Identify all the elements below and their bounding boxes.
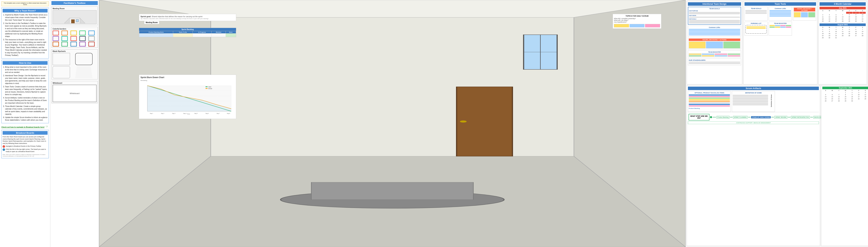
cal-day: 13 (829, 96, 835, 98)
step-icon-red: 1 (3, 145, 5, 148)
checkout-link[interactable]: Check out how to navigate to Breakout bo… (1, 126, 44, 128)
event-sprint-review: SPRINT REVIEW (774, 116, 787, 119)
toolbox-items: Meeting Room Colorful borders (52, 6, 98, 103)
cal-day: 21 (839, 18, 846, 20)
cal-day: 10 (856, 94, 862, 96)
colorful-borders-label: Colorful borders (53, 28, 97, 30)
shape-rounded (53, 66, 70, 78)
stakeholder-line (689, 62, 740, 63)
cal-day-header: S (819, 10, 826, 12)
calendar-september: September 2021 S M T W T F S 1 2 3 4 5 (822, 87, 868, 102)
svg-rect-19 (311, 182, 473, 199)
connector-line (788, 117, 790, 117)
meeting-room-item: Meeting Room (52, 6, 98, 25)
border-swatch-13 (70, 42, 77, 47)
step-label-2: Click the link in the top-right corner. … (6, 148, 48, 153)
cal-day (826, 12, 833, 14)
cal-day: 8 (846, 14, 852, 16)
art-line (689, 96, 730, 97)
tool-booster-content (770, 25, 791, 28)
col-header-0: Product Backlog Items (139, 31, 173, 33)
cal-day: 5 (822, 94, 829, 96)
cal-day-header: W (839, 26, 846, 28)
issues-col (689, 41, 706, 49)
august-grid: S M T W T F S 1 2 3 4 5 6 7 8 9 10 (819, 26, 866, 39)
art-line (689, 105, 730, 106)
actions-col (723, 41, 740, 49)
room-area: Sprint goal: Shared objective that defin… (99, 0, 686, 247)
booster-row (770, 25, 791, 26)
event-product-backlog: Product Backlog (717, 116, 730, 119)
cal-day: 30 (849, 100, 855, 102)
dod-line (733, 102, 768, 104)
breakout-desc: From this Team Room board you can access… (3, 136, 48, 145)
cell (226, 36, 236, 37)
how-to-item-6: Update the simple Scrum timeline to info… (5, 116, 48, 121)
cal-day-header: T (833, 10, 839, 12)
cal-day-header: F (853, 26, 859, 28)
link-line-4 (689, 33, 740, 34)
team-tools-box: Team Tools TEAM GOALS Common Links (743, 1, 817, 84)
cal-day: 16 (853, 16, 859, 18)
sprint-backlog-title: Sprint Backlog (139, 28, 236, 31)
svg-point-14 (460, 120, 467, 123)
booster-cell (728, 54, 740, 55)
cal-day: 12 (826, 16, 833, 18)
cal-day (836, 92, 842, 94)
step-icon-blue: 2 (3, 148, 5, 151)
calendar-july: July 2021 S M T W T F S 1 2 3 4 (819, 7, 866, 22)
sprint-burndown-box: Sprint Burn Down Chart Remaining Ideal (139, 74, 236, 119)
right-top-row: Intentional Team Design TEAM GOALS OUR P… (687, 1, 867, 84)
why-team-room-section: Why a Team Room? Inspired by Martin Fowl… (1, 8, 49, 59)
sticky-pink (645, 24, 660, 27)
cal-day-header: M (829, 90, 835, 91)
cal-day: 2 (826, 28, 833, 30)
link-line (770, 11, 791, 12)
team-tools-title: Team Tools (745, 2, 816, 6)
how-to-list: Bring what is most important to the cent… (3, 66, 48, 121)
link-line-1 (689, 29, 740, 30)
art-line (689, 102, 730, 103)
issues-decisions-card: ISSUES, DECISIONS + ACTIONS (688, 38, 741, 49)
shape-wavy (75, 53, 93, 65)
parking-line (746, 26, 766, 27)
event-sprint-retro: SPRINT RETROSPECTIVE (791, 116, 810, 119)
cal-day: 15 (846, 16, 852, 18)
border-swatch-9 (80, 36, 86, 41)
booster-cell (715, 54, 727, 55)
cal-day: 27 (833, 20, 839, 22)
cal-day: 4 (819, 14, 826, 16)
how-to-item-4: Scrum Artifacts: Useful reminders of wha… (5, 96, 48, 104)
dod-label-text: Definition Of Dome (771, 94, 772, 107)
event-label-sprint-planning: SPRINT PLANNING (733, 116, 747, 119)
calendar-box: 3-Month Calendar July 2021 S M T W T F S (818, 1, 867, 84)
col-header-1: Tasks To Do (173, 31, 193, 33)
continuous-support-label: CONTINUOUS SUPPORT / BACKLOG MANAGEMENT (688, 122, 819, 124)
tool-goals-title: TEAM GOALS (745, 8, 767, 9)
common-links-content (689, 29, 740, 35)
cal-day: 11 (819, 16, 826, 18)
art-line (689, 94, 730, 96)
cal-day-header: M (826, 10, 833, 12)
how-to-section: How to Use Bring what is most important … (1, 60, 49, 123)
how-to-item-3: Team Tools: Create a bank of common link… (5, 85, 48, 96)
cal-day: 1 (842, 92, 849, 94)
breakout-step-2: 2 Click the link in the top-right corner… (3, 148, 48, 153)
cal-day: 30 (826, 37, 833, 39)
booster-cell (715, 55, 727, 57)
cal-day: 3 (856, 92, 862, 94)
event-label-sprint-review: SPRINT REVIEW (774, 116, 787, 119)
arrow-icon: ☞ (45, 125, 48, 128)
cal-day-header: S (862, 90, 868, 91)
sprint-goal-title: Sprint goal: Shared objective that defin… (141, 16, 235, 18)
dod-line (733, 101, 768, 102)
vision-line (689, 17, 740, 18)
cal-day: 19 (826, 18, 833, 20)
dod-line (733, 99, 768, 101)
cal-day: 8 (819, 31, 826, 32)
cal-day-header: S (822, 90, 829, 91)
cell (193, 36, 211, 37)
border-swatch-6 (53, 36, 59, 41)
col-header-3: Blocked (212, 31, 226, 33)
connector-line (730, 117, 733, 117)
